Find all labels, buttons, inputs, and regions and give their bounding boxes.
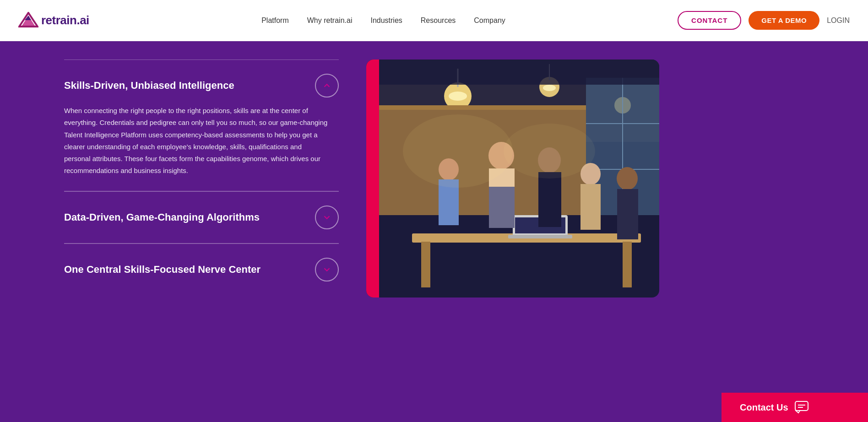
nav-actions: CONTACT GET A DEMO LOGIN: [678, 11, 850, 30]
svg-point-7: [449, 92, 467, 101]
accordion-title-2: Data-Driven, Game-Changing Algorithms: [64, 211, 260, 223]
accordion-item-3: One Central Skills-Focused Nerve Center: [64, 243, 339, 295]
accordion-title-1: Skills-Driven, Unbiased Intelligence: [64, 80, 234, 92]
contact-us-label: Contact Us: [740, 402, 788, 413]
accordion-body-1: When connecting the right people to the …: [64, 105, 330, 177]
chevron-down-icon-3: [322, 265, 332, 275]
team-photo: [366, 60, 659, 298]
logo[interactable]: retrain.ai: [18, 12, 89, 29]
nav-item-company[interactable]: Company: [474, 16, 505, 25]
contact-us-button[interactable]: Contact Us: [722, 393, 868, 422]
svg-rect-23: [508, 235, 572, 238]
contact-button[interactable]: CONTACT: [678, 11, 741, 30]
accordion-toggle-2[interactable]: [315, 206, 339, 229]
svg-rect-33: [580, 184, 601, 230]
svg-rect-35: [617, 189, 638, 239]
svg-rect-20: [421, 242, 430, 287]
logo-text: retrain.ai: [41, 13, 89, 27]
accordion-item-2: Data-Driven, Game-Changing Algorithms: [64, 191, 339, 243]
svg-rect-18: [366, 105, 586, 110]
accordion-title-3: One Central Skills-Focused Nerve Center: [64, 264, 260, 276]
accordion-item-1: Skills-Driven, Unbiased Intelligence Whe…: [64, 60, 339, 191]
chevron-up-icon: [322, 81, 332, 91]
svg-point-39: [504, 124, 595, 179]
nav-item-why[interactable]: Why retrain.ai: [307, 16, 353, 25]
svg-point-38: [403, 114, 513, 188]
nav-item-platform[interactable]: Platform: [261, 16, 289, 25]
svg-point-34: [617, 167, 638, 190]
hero-image-card: [366, 60, 659, 298]
svg-point-10: [543, 85, 556, 91]
accordion-header-3: One Central Skills-Focused Nerve Center: [64, 258, 339, 281]
svg-rect-37: [379, 60, 659, 85]
right-panel: [366, 41, 868, 422]
left-panel: Skills-Driven, Unbiased Intelligence Whe…: [0, 41, 366, 422]
svg-rect-40: [795, 401, 808, 411]
main-content: Skills-Driven, Unbiased Intelligence Whe…: [0, 41, 868, 422]
navbar: retrain.ai Platform Why retrain.ai Indus…: [0, 0, 868, 41]
accordion-header-1: Skills-Driven, Unbiased Intelligence: [64, 74, 339, 97]
svg-rect-36: [366, 60, 379, 298]
svg-rect-21: [623, 242, 632, 287]
accordion-toggle-1[interactable]: [315, 74, 339, 97]
accordion-header-2: Data-Driven, Game-Changing Algorithms: [64, 206, 339, 229]
chat-icon: [795, 401, 808, 414]
logo-icon: [18, 12, 38, 29]
login-button[interactable]: LOGIN: [827, 16, 850, 25]
nav-item-industries[interactable]: Industries: [370, 16, 402, 25]
svg-rect-31: [538, 172, 561, 227]
chevron-down-icon-2: [322, 212, 332, 222]
nav-item-resources[interactable]: Resources: [421, 16, 456, 25]
accordion-toggle-3[interactable]: [315, 258, 339, 281]
get-demo-button[interactable]: GET A DEMO: [749, 11, 819, 30]
nav-links: Platform Why retrain.ai Industries Resou…: [261, 16, 505, 25]
